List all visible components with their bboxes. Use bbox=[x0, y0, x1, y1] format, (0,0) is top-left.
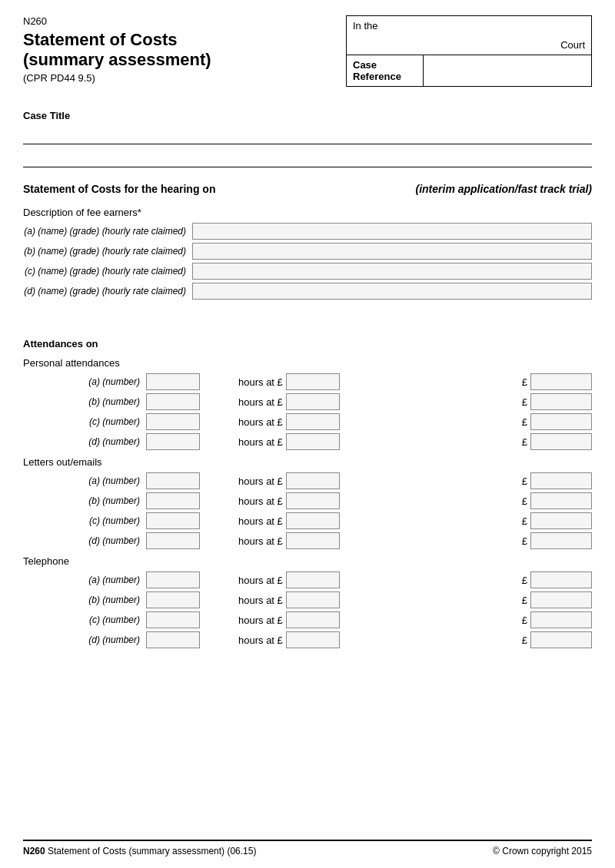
telephone-b-rate[interactable] bbox=[286, 591, 340, 608]
telephone-d-hours-text: hours at £ bbox=[238, 634, 283, 646]
personal-d-hours-text: hours at £ bbox=[238, 436, 283, 448]
personal-a-label: (a) (number) bbox=[23, 376, 146, 387]
attendances-title: Attendances on bbox=[23, 338, 592, 350]
personal-d-number[interactable] bbox=[146, 433, 200, 450]
telephone-a-result[interactable] bbox=[530, 571, 592, 588]
telephone-a-hours-text: hours at £ bbox=[238, 575, 283, 586]
telephone-b-result[interactable] bbox=[530, 591, 592, 608]
fee-earners-title-text: Description of fee earners* bbox=[23, 207, 141, 218]
letters-d-pound: £ bbox=[522, 535, 527, 547]
personal-b-number[interactable] bbox=[146, 393, 200, 410]
fee-row-b: (b) (name) (grade) (hourly rate claimed) bbox=[23, 243, 592, 260]
personal-a-number[interactable] bbox=[146, 373, 200, 390]
telephone-row-a: (a) (number) hours at £ £ bbox=[23, 571, 592, 588]
fee-row-c: (c) (name) (grade) (hourly rate claimed) bbox=[23, 263, 592, 280]
letters-row-d: (d) (number) hours at £ £ bbox=[23, 532, 592, 549]
personal-b-hours-text: hours at £ bbox=[238, 396, 283, 408]
letters-a-number[interactable] bbox=[146, 472, 200, 489]
fee-row-a: (a) (name) (grade) (hourly rate claimed) bbox=[23, 223, 592, 240]
letters-d-label: (d) (number) bbox=[23, 535, 146, 546]
personal-row-c: (c) (number) hours at £ £ bbox=[23, 413, 592, 430]
letters-a-pound: £ bbox=[522, 475, 527, 487]
fee-earners-section: Description of fee earners* (a) (name) (… bbox=[23, 207, 592, 300]
telephone-d-number[interactable] bbox=[146, 631, 200, 648]
telephone-d-result[interactable] bbox=[530, 631, 592, 648]
letters-c-number[interactable] bbox=[146, 512, 200, 529]
telephone-b-number[interactable] bbox=[146, 591, 200, 608]
fee-row-b-label: (b) (name) (grade) (hourly rate claimed) bbox=[23, 246, 192, 257]
personal-c-number[interactable] bbox=[146, 413, 200, 430]
letters-b-label: (b) (number) bbox=[23, 495, 146, 506]
case-title-label: Case Title bbox=[23, 110, 592, 121]
personal-c-rate[interactable] bbox=[286, 413, 340, 430]
letters-c-hours-text: hours at £ bbox=[238, 515, 283, 527]
footer: N260 Statement of Costs (summary assessm… bbox=[23, 840, 592, 856]
fee-row-d-label: (d) (name) (grade) (hourly rate claimed) bbox=[23, 286, 192, 297]
letters-d-result[interactable] bbox=[530, 532, 592, 549]
letters-b-rate[interactable] bbox=[286, 492, 340, 509]
telephone-c-rate[interactable] bbox=[286, 611, 340, 628]
case-title-input-2[interactable] bbox=[23, 148, 592, 167]
telephone-c-number[interactable] bbox=[146, 611, 200, 628]
personal-d-pound: £ bbox=[522, 436, 527, 448]
letters-d-rate[interactable] bbox=[286, 532, 340, 549]
letters-a-hours-text: hours at £ bbox=[238, 475, 283, 487]
letters-d-number[interactable] bbox=[146, 532, 200, 549]
statement-heading-left: Statement of Costs for the hearing on bbox=[23, 183, 215, 195]
telephone-c-pound: £ bbox=[522, 615, 527, 626]
personal-b-rate[interactable] bbox=[286, 393, 340, 410]
letters-c-result[interactable] bbox=[530, 512, 592, 529]
personal-d-result[interactable] bbox=[530, 433, 592, 450]
personal-title: Personal attendances bbox=[23, 357, 592, 369]
personal-d-rate[interactable] bbox=[286, 433, 340, 450]
main-title: Statement of Costs (summary assessment) bbox=[23, 30, 331, 71]
personal-b-result[interactable] bbox=[530, 393, 592, 410]
telephone-d-rate[interactable] bbox=[286, 631, 340, 648]
telephone-d-label: (d) (number) bbox=[23, 634, 146, 645]
personal-b-label: (b) (number) bbox=[23, 396, 146, 407]
telephone-a-pound: £ bbox=[522, 575, 527, 586]
telephone-d-pound: £ bbox=[522, 634, 527, 646]
telephone-row-c: (c) (number) hours at £ £ bbox=[23, 611, 592, 628]
personal-b-pound: £ bbox=[522, 396, 527, 408]
fee-row-b-input[interactable] bbox=[192, 243, 592, 260]
fee-row-d: (d) (name) (grade) (hourly rate claimed) bbox=[23, 283, 592, 300]
fee-row-a-input[interactable] bbox=[192, 223, 592, 240]
fee-row-d-input[interactable] bbox=[192, 283, 592, 300]
telephone-c-result[interactable] bbox=[530, 611, 592, 628]
court-row: In the Court bbox=[347, 16, 591, 55]
letters-b-result[interactable] bbox=[530, 492, 592, 509]
personal-a-pound: £ bbox=[522, 376, 527, 388]
case-ref-value[interactable] bbox=[424, 55, 591, 86]
personal-a-hours-text: hours at £ bbox=[238, 376, 283, 388]
personal-c-result[interactable] bbox=[530, 413, 592, 430]
fee-row-c-input[interactable] bbox=[192, 263, 592, 280]
personal-a-result[interactable] bbox=[530, 373, 592, 390]
fee-row-a-label: (a) (name) (grade) (hourly rate claimed) bbox=[23, 226, 192, 237]
case-title-input[interactable] bbox=[23, 125, 592, 144]
footer-form-ref: N260 bbox=[23, 846, 45, 856]
telephone-b-label: (b) (number) bbox=[23, 595, 146, 605]
statement-heading-right: (interim application/fast track trial) bbox=[416, 183, 593, 195]
letters-c-pound: £ bbox=[522, 515, 527, 527]
case-ref-row: CaseReference bbox=[347, 55, 591, 86]
subtitle: (CPR PD44 9.5) bbox=[23, 72, 331, 84]
letters-a-result[interactable] bbox=[530, 472, 592, 489]
telephone-a-number[interactable] bbox=[146, 571, 200, 588]
attendances-section: Attendances on Personal attendances (a) … bbox=[23, 338, 592, 648]
letters-row-c: (c) (number) hours at £ £ bbox=[23, 512, 592, 529]
footer-left: N260 Statement of Costs (summary assessm… bbox=[23, 846, 256, 856]
in-the-cell: In the bbox=[347, 16, 545, 55]
title-line1: Statement of Costs bbox=[23, 30, 177, 49]
personal-row-b: (b) (number) hours at £ £ bbox=[23, 393, 592, 410]
telephone-a-label: (a) (number) bbox=[23, 575, 146, 585]
personal-c-label: (c) (number) bbox=[23, 416, 146, 427]
in-the-label: In the bbox=[353, 20, 378, 31]
telephone-c-hours-text: hours at £ bbox=[238, 615, 283, 626]
personal-a-rate[interactable] bbox=[286, 373, 340, 390]
letters-c-rate[interactable] bbox=[286, 512, 340, 529]
letters-b-pound: £ bbox=[522, 495, 527, 507]
letters-a-rate[interactable] bbox=[286, 472, 340, 489]
telephone-a-rate[interactable] bbox=[286, 571, 340, 588]
letters-b-number[interactable] bbox=[146, 492, 200, 509]
